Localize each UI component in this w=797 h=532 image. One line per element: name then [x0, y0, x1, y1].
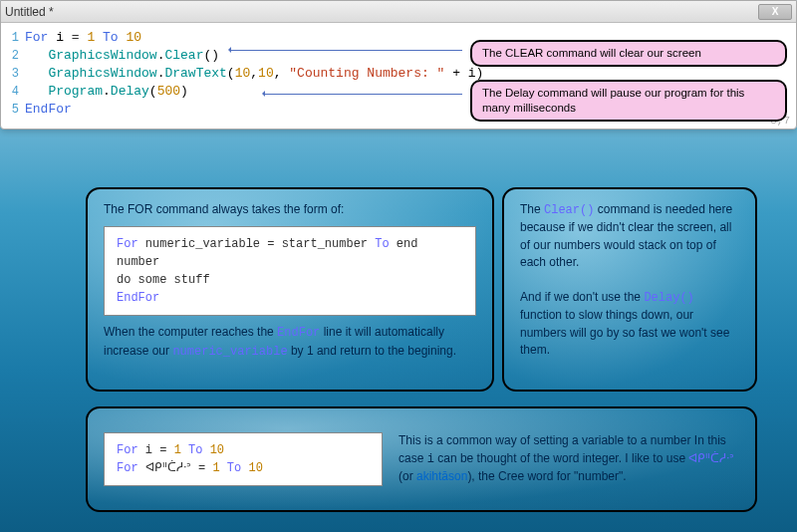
titlebar: Untitled * X: [1, 1, 796, 23]
panel-text: And if we don't use the Delay() function…: [520, 289, 739, 360]
close-button[interactable]: X: [758, 4, 792, 20]
line-number: 3: [1, 65, 25, 83]
callout-delay: The Delay command will pause our program…: [470, 80, 787, 122]
clear-explanation-panel: The Clear() command is needed here becau…: [502, 187, 757, 392]
panel-text: The Clear() command is needed here becau…: [520, 201, 739, 272]
panel-text: The FOR command always takes the form of…: [104, 201, 476, 218]
callout-clear: The CLEAR command will clear our screen: [470, 40, 787, 67]
panel-text: When the computer reaches the EndFor lin…: [104, 324, 476, 361]
code-text: EndFor: [25, 101, 72, 119]
arrow-icon: [231, 50, 462, 51]
line-number: 1: [1, 29, 25, 47]
line-number: 2: [1, 47, 25, 65]
code-example: For i = 1 To 10 For ᐊᑭᐦᑖᓱᐧᐣ = 1 To 10: [104, 432, 383, 486]
code-text: GraphicsWindow.DrawText(10,10, "Counting…: [25, 65, 483, 83]
variable-explanation-panel: For i = 1 To 10 For ᐊᑭᐦᑖᓱᐧᐣ = 1 To 10 Th…: [86, 406, 757, 512]
for-explanation-panel: The FOR command always takes the form of…: [86, 187, 494, 392]
panel-text: This is a common way of setting a variab…: [398, 432, 739, 485]
code-text: GraphicsWindow.Clear(): [25, 47, 219, 65]
code-example: For numeric_variable = start_number To e…: [104, 226, 476, 316]
window-title: Untitled *: [5, 5, 54, 19]
code-text: Program.Delay(500): [25, 83, 188, 101]
code-text: For i = 1 To 10: [25, 29, 141, 47]
arrow-icon: [265, 94, 462, 95]
line-number: 4: [1, 83, 25, 101]
line-number: 5: [1, 101, 25, 119]
akihtason-link[interactable]: akihtāson: [416, 469, 467, 483]
